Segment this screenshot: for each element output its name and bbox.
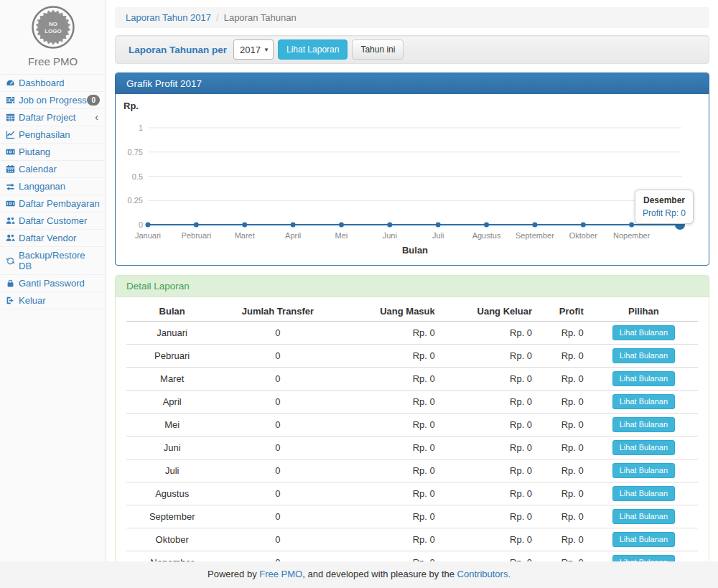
chart-canvas: 00.250.50.751JanuariPebruariMaretAprilMe… bbox=[116, 94, 709, 265]
table-row: September0Rp. 0Rp. 0Rp. 0Lihat Bulanan bbox=[126, 505, 698, 528]
retweet-icon bbox=[6, 182, 15, 191]
cell-uang_keluar: Rp. 0 bbox=[441, 391, 538, 414]
sidebar-item-backup-restore-db[interactable]: Backup/Restore DB bbox=[0, 247, 106, 275]
table-row: Januari0Rp. 0Rp. 0Rp. 0Lihat Bulanan bbox=[126, 322, 698, 345]
svg-text:Oktober: Oktober bbox=[569, 231, 597, 240]
svg-text:0.25: 0.25 bbox=[128, 196, 143, 205]
sidebar-item-piutang[interactable]: Piutang bbox=[0, 144, 106, 161]
logo-text-line1: NO bbox=[49, 21, 57, 27]
cell-bulan: Pebruari bbox=[126, 345, 218, 368]
cell-uang_masuk: Rp. 0 bbox=[338, 437, 441, 459]
lihat-laporan-button[interactable]: Lihat Laporan bbox=[278, 39, 348, 60]
cell-bulan: Juli bbox=[126, 459, 218, 482]
cell-profit: Rp. 0 bbox=[538, 505, 589, 528]
cell-uang_keluar: Rp. 0 bbox=[441, 437, 538, 459]
sidebar: NO LOGO Free PMO DashboardJob on Progres… bbox=[0, 0, 106, 561]
table-header-row: BulanJumlah TransferUang MasukUang Kelua… bbox=[126, 302, 698, 322]
cell-jumlah_transfer: 0 bbox=[218, 368, 337, 391]
svg-text:Juni: Juni bbox=[383, 231, 397, 240]
lihat-bulanan-button[interactable]: Lihat Bulanan bbox=[612, 325, 675, 340]
tahun-ini-button[interactable]: Tahun ini bbox=[352, 39, 404, 60]
sidebar-item-label: Ganti Password bbox=[19, 278, 85, 289]
cell-pilihan: Lihat Bulanan bbox=[589, 551, 698, 562]
cell-uang_keluar: Rp. 0 bbox=[441, 551, 538, 562]
profit-chart: Rp. 00.250.50.751JanuariPebruariMaretApr… bbox=[116, 94, 709, 265]
lihat-bulanan-button[interactable]: Lihat Bulanan bbox=[612, 463, 675, 478]
sidebar-item-penghasilan[interactable]: Penghasilan bbox=[0, 126, 106, 144]
cell-profit: Rp. 0 bbox=[538, 437, 589, 459]
cell-uang_masuk: Rp. 0 bbox=[338, 322, 441, 345]
sidebar-item-daftar-vendor[interactable]: Daftar Vendor bbox=[0, 230, 106, 247]
cell-uang_masuk: Rp. 0 bbox=[338, 414, 441, 437]
sidebar-item-label: Dashboard bbox=[19, 78, 65, 88]
lihat-bulanan-button[interactable]: Lihat Bulanan bbox=[612, 555, 675, 561]
cell-uang_masuk: Rp. 0 bbox=[338, 551, 441, 562]
lihat-bulanan-button[interactable]: Lihat Bulanan bbox=[612, 532, 675, 547]
footer-link-contributors[interactable]: Contributors. bbox=[457, 569, 510, 579]
sidebar-item-label: Keluar bbox=[19, 295, 46, 306]
cell-uang_masuk: Rp. 0 bbox=[338, 482, 441, 505]
count-badge: 0 bbox=[87, 95, 100, 106]
cell-profit: Rp. 0 bbox=[538, 345, 589, 368]
svg-text:Bulan: Bulan bbox=[402, 245, 428, 256]
detail-panel-title: Detail Laporan bbox=[116, 276, 709, 297]
cell-bulan: Mei bbox=[126, 414, 218, 437]
table-row: Nopember0Rp. 0Rp. 0Rp. 0Lihat Bulanan bbox=[126, 551, 698, 562]
sidebar-item-keluar[interactable]: Keluar bbox=[0, 292, 106, 309]
cell-pilihan: Lihat Bulanan bbox=[589, 437, 698, 459]
sidebar-item-ganti-password[interactable]: Ganti Password bbox=[0, 275, 106, 292]
cell-jumlah_transfer: 0 bbox=[218, 414, 337, 437]
lihat-bulanan-button[interactable]: Lihat Bulanan bbox=[612, 440, 675, 455]
cell-pilihan: Lihat Bulanan bbox=[589, 345, 698, 368]
cell-uang_keluar: Rp. 0 bbox=[441, 459, 538, 482]
cell-uang_masuk: Rp. 0 bbox=[338, 528, 441, 551]
sidebar-item-langganan[interactable]: Langganan bbox=[0, 178, 106, 195]
year-select[interactable]: 2017 ▼ bbox=[233, 39, 274, 60]
cell-bulan: Nopember bbox=[126, 551, 218, 562]
cell-uang_keluar: Rp. 0 bbox=[441, 368, 538, 391]
svg-text:0.75: 0.75 bbox=[128, 148, 143, 157]
chevron-down-icon: ▼ bbox=[264, 47, 269, 53]
sidebar-item-job-on-progress[interactable]: Job on Progress0 bbox=[0, 92, 106, 109]
chart-tooltip-title: Desember bbox=[643, 195, 686, 205]
cell-uang_keluar: Rp. 0 bbox=[441, 414, 538, 437]
refresh-icon bbox=[6, 256, 15, 266]
cell-jumlah_transfer: 0 bbox=[218, 459, 337, 482]
sidebar-item-label: Piutang bbox=[19, 146, 50, 157]
footer-link-free-pmo[interactable]: Free PMO bbox=[259, 569, 302, 579]
svg-text:Maret: Maret bbox=[235, 231, 255, 240]
dashboard-icon bbox=[6, 78, 15, 88]
cell-jumlah_transfer: 0 bbox=[218, 551, 337, 562]
sidebar-item-dashboard[interactable]: Dashboard bbox=[0, 75, 106, 92]
lihat-bulanan-button[interactable]: Lihat Bulanan bbox=[612, 486, 675, 501]
line-chart-icon bbox=[6, 130, 15, 139]
cell-jumlah_transfer: 0 bbox=[218, 345, 337, 368]
lihat-bulanan-button[interactable]: Lihat Bulanan bbox=[612, 394, 675, 409]
cell-profit: Rp. 0 bbox=[538, 391, 589, 414]
breadcrumb-current: Laporan Tahunan bbox=[224, 12, 297, 23]
cell-profit: Rp. 0 bbox=[538, 368, 589, 391]
cell-bulan: September bbox=[126, 505, 218, 528]
cell-jumlah_transfer: 0 bbox=[218, 391, 337, 414]
year-select-value: 2017 bbox=[240, 45, 261, 55]
lihat-bulanan-button[interactable]: Lihat Bulanan bbox=[612, 371, 675, 386]
cell-pilihan: Lihat Bulanan bbox=[589, 391, 698, 414]
svg-text:April: April bbox=[285, 231, 301, 240]
lihat-bulanan-button[interactable]: Lihat Bulanan bbox=[612, 509, 675, 524]
sidebar-item-daftar-project[interactable]: Daftar Project‹ bbox=[0, 109, 106, 126]
column-header: Jumlah Transfer bbox=[218, 302, 337, 322]
sidebar-item-daftar-customer[interactable]: Daftar Customer bbox=[0, 213, 106, 230]
cell-profit: Rp. 0 bbox=[538, 528, 589, 551]
cell-pilihan: Lihat Bulanan bbox=[589, 368, 698, 391]
sidebar-item-daftar-pembayaran[interactable]: Daftar Pembayaran bbox=[0, 195, 106, 213]
cell-uang_masuk: Rp. 0 bbox=[338, 368, 441, 391]
cell-bulan: Juni bbox=[126, 437, 218, 459]
cell-uang_keluar: Rp. 0 bbox=[441, 482, 538, 505]
detail-table: BulanJumlah TransferUang MasukUang Kelua… bbox=[126, 302, 698, 561]
table-row: April0Rp. 0Rp. 0Rp. 0Lihat Bulanan bbox=[126, 391, 698, 414]
breadcrumb-link[interactable]: Laporan Tahun 2017 bbox=[126, 12, 211, 23]
lihat-bulanan-button[interactable]: Lihat Bulanan bbox=[612, 417, 675, 432]
lihat-bulanan-button[interactable]: Lihat Bulanan bbox=[612, 348, 675, 363]
cell-jumlah_transfer: 0 bbox=[218, 482, 337, 505]
sidebar-item-calendar[interactable]: Calendar bbox=[0, 161, 106, 178]
